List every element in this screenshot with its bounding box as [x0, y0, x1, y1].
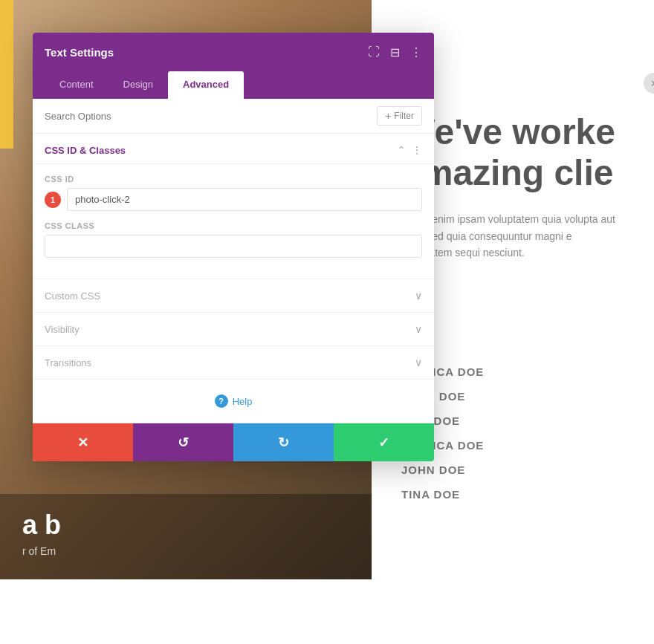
name-list: JESSICA DOEJOHN DOETINA DOEJESSICA DOEJO…: [401, 365, 624, 501]
transitions-row[interactable]: Transitions ∨: [33, 346, 434, 380]
name-list-item: TINA DOE: [401, 488, 624, 501]
name-list-item: JESSICA DOE: [401, 365, 624, 378]
more-icon[interactable]: ⋮: [410, 45, 422, 59]
right-heading: We've worke amazing clie: [401, 111, 624, 193]
expand-icon[interactable]: ⛶: [368, 45, 380, 59]
redo-icon: ↻: [278, 435, 289, 451]
panel-header: Text Settings ⛶ ⊟ ⋮: [33, 33, 434, 71]
chevron-down-icon-custom: ∨: [415, 290, 422, 302]
css-section-header: CSS ID & Classes ⌃ ⋮: [33, 134, 434, 164]
save-button[interactable]: ✓: [334, 423, 434, 461]
name-list-item: JOHN DOE: [401, 390, 624, 403]
css-class-label: CSS Class: [45, 221, 422, 230]
more-vertical-icon[interactable]: ⋮: [412, 144, 422, 156]
save-icon: ✓: [378, 435, 389, 451]
name-list-item: TINA DOE: [401, 414, 624, 427]
undo-icon: ↺: [178, 435, 189, 451]
text-settings-panel: Text Settings ⛶ ⊟ ⋮ Content Design Advan…: [33, 33, 434, 461]
left-subtitle: r of Em: [22, 545, 349, 557]
split-icon[interactable]: ⊟: [390, 45, 400, 59]
css-id-row: 1: [45, 188, 422, 211]
custom-css-label: Custom CSS: [45, 290, 100, 302]
tab-advanced[interactable]: Advanced: [168, 71, 244, 99]
tab-content[interactable]: Content: [45, 71, 109, 99]
undo-button[interactable]: ↺: [133, 423, 233, 461]
visibility-row[interactable]: Visibility ∨: [33, 313, 434, 346]
panel-header-icons: ⛶ ⊟ ⋮: [368, 45, 422, 59]
css-id-badge: 1: [45, 192, 61, 208]
filter-label: Filter: [394, 111, 414, 121]
yellow-accent-bar: [0, 0, 13, 149]
help-icon: ?: [215, 394, 228, 408]
filter-button[interactable]: + Filter: [377, 106, 422, 126]
panel-body: + Filter CSS ID & Classes ⌃ ⋮ CSS ID 1 C…: [33, 99, 434, 423]
chevron-up-icon[interactable]: ⌃: [397, 144, 406, 156]
css-section-title: CSS ID & Classes: [45, 145, 126, 156]
css-class-input[interactable]: [45, 235, 422, 258]
left-overlay: a b r of Em: [0, 494, 372, 579]
search-input[interactable]: [45, 111, 371, 122]
left-title: a b: [22, 509, 349, 541]
panel-title: Text Settings: [45, 46, 114, 59]
panel-tabs: Content Design Advanced: [33, 71, 434, 99]
right-body-text: Nemo enim ipsam voluptatem quia volupta …: [401, 211, 624, 261]
custom-css-row[interactable]: Custom CSS ∨: [33, 279, 434, 313]
visibility-label: Visibility: [45, 324, 80, 335]
chevron-down-icon-transitions: ∨: [415, 357, 422, 368]
tab-design[interactable]: Design: [109, 71, 168, 99]
section-icons: ⌃ ⋮: [397, 144, 422, 156]
chevron-down-icon-visibility: ∨: [415, 323, 422, 335]
form-area: CSS ID 1 CSS Class: [33, 164, 434, 279]
search-bar: + Filter: [33, 99, 434, 134]
transitions-label: Transitions: [45, 357, 91, 368]
cancel-icon: ✕: [77, 435, 88, 451]
help-link[interactable]: Help: [233, 396, 253, 407]
redo-button[interactable]: ↻: [233, 423, 334, 461]
css-id-input[interactable]: [67, 188, 422, 211]
name-list-item: JOHN DOE: [401, 464, 624, 476]
action-bar: ✕ ↺ ↻ ✓: [33, 423, 434, 461]
css-id-label: CSS ID: [45, 175, 422, 183]
css-class-row: [45, 235, 422, 258]
cancel-button[interactable]: ✕: [33, 423, 133, 461]
plus-icon: +: [385, 110, 391, 122]
help-area: ? Help: [33, 380, 434, 423]
name-list-item: JESSICA DOE: [401, 439, 624, 452]
